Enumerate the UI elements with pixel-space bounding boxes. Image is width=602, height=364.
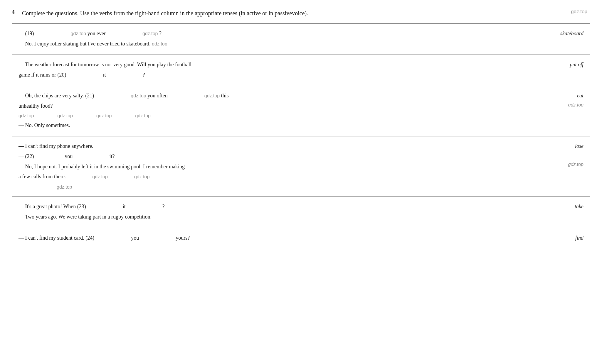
- table-row: — I can't find my phone anywhere. — (22)…: [12, 136, 590, 197]
- question-instruction: Complete the questions. Use the verbs fr…: [22, 10, 308, 16]
- blank-24b: [141, 242, 174, 242]
- row3-verb: eat gdz.top: [486, 86, 590, 136]
- row6-content: — I can't find my student card. (24) you…: [12, 228, 486, 249]
- row6-verb: find: [486, 228, 590, 249]
- row2-line2: game if it rains or (20) it ?: [19, 70, 480, 79]
- blank-21b: [170, 100, 202, 100]
- row5-line2: — Two years ago. We were taking part in …: [19, 212, 480, 221]
- row4-line4: a few calls from there. gdz.top gdz.top: [19, 172, 480, 181]
- row5-line1: — It's a great photo! When (23) it ?: [19, 202, 480, 211]
- row1-content: — (19) gdz.top you ever gdz.top ? — No. …: [12, 24, 486, 55]
- row6-line1: — I can't find my student card. (24) you…: [19, 233, 480, 243]
- question-number: 4: [12, 9, 19, 16]
- row3-watermarks: gdz.top gdz.top gdz.top gdz.top: [19, 112, 480, 120]
- row4-watermark-bottom: gdz.top: [19, 184, 72, 190]
- blank-19b: [108, 38, 140, 38]
- blank-21a: [96, 100, 129, 100]
- row4-line1: — I can't find my phone anywhere.: [19, 142, 480, 151]
- table-row: — The weather forecast for tomorrow is n…: [12, 55, 590, 86]
- blank-22a: [36, 161, 63, 161]
- row3-content: — Oh, the chips are very salty. (21) gdz…: [12, 86, 486, 136]
- blank-19a: [36, 38, 68, 38]
- row2-line1: — The weather forecast for tomorrow is n…: [19, 60, 480, 69]
- row5-verb: take: [486, 197, 590, 228]
- blank-23a: [88, 211, 120, 211]
- row1-line1: — (19) gdz.top you ever gdz.top ?: [19, 29, 480, 38]
- row1-line2: — No. I enjoy roller skating but I've ne…: [19, 39, 480, 48]
- row3-line2: unhealthy food?: [19, 101, 480, 111]
- table-row: — Oh, the chips are very salty. (21) gdz…: [12, 86, 590, 136]
- blank-20b: [108, 79, 140, 79]
- row4-verb: lose gdz.top: [486, 136, 590, 197]
- row3-line3: — No. Only sometimes.: [19, 121, 480, 130]
- row1-verb: skateboard: [486, 24, 590, 55]
- table-row: — It's a great photo! When (23) it ? — T…: [12, 197, 590, 228]
- blank-23b: [128, 211, 160, 211]
- row4-line3: — No, I hope not. I probably left it in …: [19, 162, 480, 171]
- row3-line1: — Oh, the chips are very salty. (21) gdz…: [19, 91, 480, 100]
- row4-content: — I can't find my phone anywhere. — (22)…: [12, 136, 486, 197]
- blank-20a: [68, 79, 101, 79]
- row5-content: — It's a great photo! When (23) it ? — T…: [12, 197, 486, 228]
- header-watermark: gdz.top: [571, 9, 587, 15]
- row4-line2: — (22) you it?: [19, 152, 480, 161]
- question-header: 4 Complete the questions. Use the verbs …: [12, 9, 590, 18]
- row2-verb: put off: [486, 55, 590, 86]
- exercise-table: — (19) gdz.top you ever gdz.top ? — No. …: [12, 23, 590, 249]
- table-row: — (19) gdz.top you ever gdz.top ? — No. …: [12, 24, 590, 55]
- table-row: — I can't find my student card. (24) you…: [12, 228, 590, 249]
- blank-24a: [97, 242, 129, 242]
- blank-22b: [75, 161, 107, 161]
- row2-content: — The weather forecast for tomorrow is n…: [12, 55, 486, 86]
